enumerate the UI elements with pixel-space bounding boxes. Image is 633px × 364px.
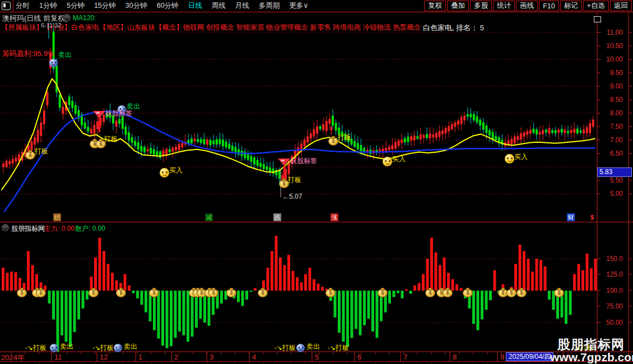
- price-label-8.00: 8.00: [598, 109, 623, 117]
- action-buttons: 复权叠加多股统计画线F10标记+自选返回: [424, 1, 632, 11]
- month-label-2: 2: [174, 353, 178, 361]
- period-item-周线[interactable]: 周线: [212, 1, 226, 11]
- collapse-icon[interactable]: [63, 14, 71, 21]
- date-box: 2025/09/04/四: [506, 352, 553, 361]
- badge-减[interactable]: 减: [205, 213, 213, 221]
- month-label-11: 11: [54, 353, 62, 361]
- price-label-8.50: 8.50: [598, 96, 623, 104]
- period-item-60分钟[interactable]: 60分钟: [157, 1, 179, 11]
- chart-canvas: [0, 0, 633, 364]
- money-bag-icon: $: [116, 289, 126, 297]
- bottom-sell-label: 卖出: [124, 342, 137, 352]
- money-bag-icon: $: [258, 289, 268, 297]
- money-bag-icon: $: [516, 289, 527, 297]
- month-label-7: 7: [403, 353, 407, 361]
- money-bag-icon: $: [506, 289, 516, 297]
- month-label-3: 3: [210, 353, 213, 361]
- smiley-face-icon: [160, 168, 169, 178]
- period-item-30分钟[interactable]: 30分钟: [125, 1, 147, 11]
- window-icon[interactable]: [2, 2, 11, 10]
- sub-collapse-icon[interactable]: [2, 224, 9, 231]
- period-item-更多∨[interactable]: 更多∨: [289, 1, 308, 11]
- period-item-多周期[interactable]: 多周期: [259, 1, 280, 11]
- exclamation-icon: [331, 127, 332, 131]
- bottom-daban-label: -↘打板: [328, 343, 349, 353]
- top-toolbar: 分时1分钟5分钟15分钟30分钟60分钟日线周线月线多周期更多∨ 复权叠加多股统…: [0, 0, 633, 12]
- daban-label: 打板: [104, 134, 118, 144]
- chip-profit-label: 筹码盈利:95.9%: [2, 49, 54, 59]
- action-button-统计[interactable]: 统计: [493, 1, 515, 11]
- badge-财[interactable]: 财: [567, 213, 575, 221]
- last-price-box: 5.83: [597, 167, 632, 177]
- demon-stock-tag-label: 妖股标签: [290, 156, 317, 166]
- period-item-5分钟[interactable]: 5分钟: [67, 1, 85, 11]
- action-button-复权[interactable]: 复权: [424, 1, 446, 11]
- funnel-stem: [283, 165, 285, 179]
- sub-label-150.0: 150.0: [598, 255, 623, 263]
- period-menu: 分时1分钟5分钟15分钟30分钟60分钟日线周线月线多周期更多∨: [16, 0, 308, 12]
- indicator-name: 股朋指标网: [11, 224, 45, 234]
- retail-value: 散户: 0.00: [75, 224, 105, 234]
- month-label-6: 6: [357, 353, 361, 361]
- price-label-11.00: 11.00: [598, 29, 623, 36]
- sub-label-125.0: 125.0: [598, 270, 623, 278]
- period-item-月线[interactable]: 月线: [235, 1, 249, 11]
- sub-label-75.00: 75.00: [598, 302, 623, 310]
- money-bag-icon: $: [328, 137, 338, 146]
- smiley-face-icon: [383, 157, 392, 166]
- month-label-5: 5: [315, 353, 319, 361]
- badge-跌[interactable]: 跌: [273, 213, 281, 221]
- action-button-返回[interactable]: 返回: [610, 1, 632, 11]
- month-label-9: 9: [500, 353, 504, 361]
- price-note-label: ←5.07: [282, 193, 302, 200]
- daban-label: 打板: [338, 133, 351, 142]
- action-button-叠加[interactable]: 叠加: [447, 1, 469, 11]
- bottom-daban-label: -↘打板: [274, 343, 296, 353]
- badge-榜[interactable]: 榜: [53, 213, 61, 221]
- money-bag-icon: $: [89, 289, 99, 297]
- money-bag-icon: $: [378, 289, 388, 297]
- daban-label: 打板: [35, 147, 48, 156]
- money-bag-icon: $: [425, 289, 435, 297]
- price-label-6.50: 6.50: [598, 150, 623, 157]
- money-bag-icon: $: [25, 151, 35, 160]
- period-item-分时[interactable]: 分时: [16, 1, 30, 11]
- action-button-F10[interactable]: F10: [539, 1, 559, 11]
- sad-face-icon: [49, 59, 58, 67]
- money-bag-icon: $: [226, 289, 236, 297]
- trading-app-window: 分时1分钟5分钟15分钟30分钟60分钟日线周线月线多周期更多∨ 复权叠加多股统…: [0, 0, 633, 364]
- money-bag-icon: $: [208, 289, 218, 297]
- period-item-日线[interactable]: 日线: [188, 1, 202, 11]
- funnel-stem: [99, 118, 100, 132]
- price-label-7.50: 7.50: [598, 123, 623, 130]
- sell-label: 卖出: [58, 50, 72, 60]
- action-button-+自选[interactable]: +自选: [583, 1, 609, 11]
- maximize-pane-icon[interactable]: [594, 16, 601, 22]
- bottom-sell-label: 卖出: [60, 342, 73, 352]
- month-label-1: 1: [138, 353, 142, 361]
- sad-face-icon: [114, 344, 122, 352]
- money-bag-icon: $: [554, 289, 564, 297]
- ma120-label: MA120:: [73, 14, 96, 22]
- action-button-标记[interactable]: 标记: [560, 1, 582, 11]
- period-item-15分钟[interactable]: 15分钟: [94, 1, 116, 11]
- money-bag-icon: $: [17, 289, 27, 297]
- demon-stock-tag-label: 妖股标签: [105, 109, 132, 118]
- sector-info: 【所属板块】【行业】白色家电【地区】山东板块【概念】物联网 创投概念 智能家居 …: [1, 23, 421, 32]
- sub-label-50.00: 50.00: [598, 319, 623, 326]
- smiley-face-icon: [505, 154, 514, 164]
- action-button-多股[interactable]: 多股: [470, 1, 492, 11]
- toolbar-border: [0, 12, 633, 12]
- daban-label: 打板: [288, 175, 301, 185]
- sad-face-icon: [296, 344, 305, 352]
- buy-label: 买入: [392, 155, 406, 164]
- period-item-1分钟[interactable]: 1分钟: [39, 1, 57, 11]
- money-bag-icon: $: [36, 289, 46, 297]
- money-bag-icon: $: [443, 289, 453, 297]
- month-label-2024年: 2024年: [1, 353, 25, 363]
- badge-涨[interactable]: 涨: [331, 213, 338, 221]
- price-label-9.50: 9.50: [598, 69, 623, 77]
- sub-label-100.0: 100.0: [598, 287, 623, 295]
- action-button-画线[interactable]: 画线: [516, 1, 538, 11]
- badge-$[interactable]: $: [588, 213, 596, 221]
